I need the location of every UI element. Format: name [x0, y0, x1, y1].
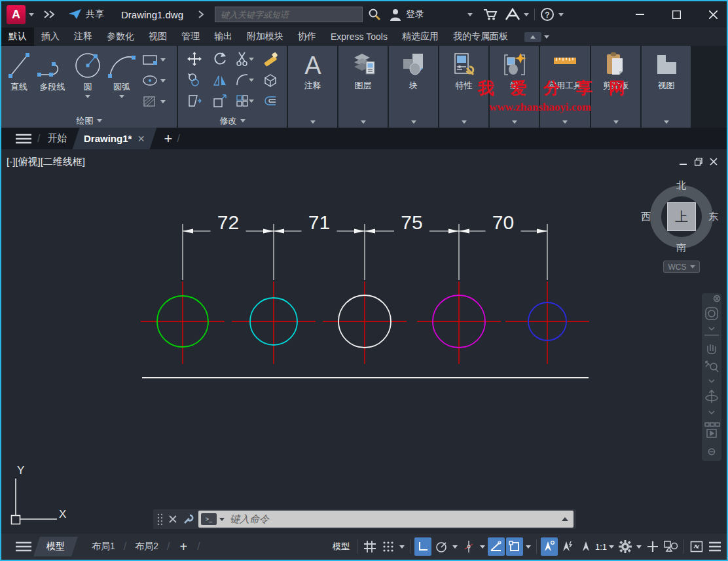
- wcs-dropdown[interactable]: WCS: [663, 261, 700, 273]
- trim-button[interactable]: [236, 51, 254, 67]
- object-snap-tracking-toggle[interactable]: [488, 537, 505, 556]
- close-button[interactable]: [703, 6, 723, 23]
- polar-tracking-toggle[interactable]: [433, 537, 450, 556]
- clipboard-panel[interactable]: 剪贴板: [591, 46, 640, 128]
- grid-toggle[interactable]: [361, 537, 378, 556]
- dimension-value[interactable]: 75: [401, 211, 422, 233]
- model-space-button[interactable]: 模型: [333, 541, 350, 552]
- block-panel-expand-icon[interactable]: [411, 120, 416, 124]
- dimension-value[interactable]: 71: [308, 211, 330, 233]
- dimension-value[interactable]: 72: [217, 211, 239, 233]
- ribbon-tab-1[interactable]: 插入: [34, 27, 67, 46]
- isodraft-dropdown-icon[interactable]: [480, 545, 485, 549]
- object-snap-dropdown-icon[interactable]: [526, 545, 531, 549]
- layout-menu-icon[interactable]: [14, 541, 33, 552]
- annotation-scale-button[interactable]: [577, 537, 594, 556]
- command-expand-icon[interactable]: [562, 517, 568, 521]
- search-icon[interactable]: [368, 8, 381, 21]
- circle-button[interactable]: 圆: [73, 46, 102, 114]
- start-tab[interactable]: 开始: [47, 132, 67, 145]
- viewcube-west-label[interactable]: 西: [641, 211, 651, 223]
- application-menu-button[interactable]: A: [7, 5, 26, 24]
- user-icon[interactable]: [389, 8, 402, 21]
- new-layout-button[interactable]: +: [180, 539, 188, 554]
- ribbon-tab-2[interactable]: 注释: [67, 27, 100, 46]
- ribbon-minimize-icon[interactable]: [524, 32, 541, 42]
- modify-panel-expand-icon[interactable]: [240, 119, 246, 122]
- command-bar-grip[interactable]: [157, 513, 164, 525]
- command-customize-wrench-icon[interactable]: [183, 513, 194, 525]
- share-button[interactable]: 共享: [86, 9, 104, 20]
- properties-panel-expand-icon[interactable]: [462, 120, 467, 124]
- clean-screen-button[interactable]: [688, 537, 705, 556]
- fillet-button[interactable]: [236, 72, 254, 88]
- ribbon-minimize-dropdown-icon[interactable]: [544, 35, 549, 39]
- navigation-bar[interactable]: [702, 293, 721, 461]
- file-tab-menu-icon[interactable]: [14, 133, 33, 145]
- array-dropdown-icon[interactable]: [249, 100, 254, 103]
- utilities-panel-expand-icon[interactable]: [562, 120, 568, 124]
- ribbon-tab-7[interactable]: 附加模块: [240, 27, 291, 46]
- layers-panel[interactable]: 图层: [338, 46, 388, 128]
- modify-panel-title[interactable]: 修改: [178, 114, 287, 128]
- ortho-toggle[interactable]: [414, 537, 431, 556]
- scale-icon[interactable]: [212, 93, 228, 109]
- status-bar-menu-button[interactable]: [706, 537, 723, 556]
- circle-dropdown-icon[interactable]: [85, 95, 90, 98]
- ellipse-dropdown-icon[interactable]: [160, 79, 166, 82]
- ribbon-tab-4[interactable]: 视图: [141, 27, 174, 46]
- fillet-dropdown-icon[interactable]: [249, 79, 254, 82]
- polyline-button[interactable]: 多段线: [35, 46, 69, 114]
- command-recent-arrow-icon[interactable]: [219, 518, 225, 521]
- sign-in-button[interactable]: 登录: [406, 9, 424, 20]
- dimension-value[interactable]: 70: [492, 211, 514, 233]
- annotation-visibility-toggle[interactable]: [541, 537, 558, 556]
- stretch-icon[interactable]: [187, 93, 202, 109]
- sign-in-arrow-icon[interactable]: [467, 13, 473, 16]
- ribbon-tab-6[interactable]: 输出: [207, 27, 240, 46]
- rectangle-dropdown-icon[interactable]: [160, 58, 166, 62]
- draw-panel-title[interactable]: 绘图: [1, 114, 177, 128]
- customization-button[interactable]: [644, 537, 661, 556]
- search-scope-arrow-icon[interactable]: [198, 10, 204, 18]
- isodraft-toggle[interactable]: [460, 537, 477, 556]
- move-icon[interactable]: [187, 51, 202, 67]
- ellipse-button[interactable]: [141, 72, 166, 89]
- annotation-scale-dropdown-icon[interactable]: [609, 545, 614, 549]
- hatch-dropdown-icon[interactable]: [160, 100, 166, 103]
- viewport-minimize-icon[interactable]: [680, 158, 687, 166]
- viewport-controls-label[interactable]: [-][俯视][二维线框]: [7, 156, 85, 168]
- layout-tab-1[interactable]: 布局1: [92, 541, 115, 552]
- utilities-panel[interactable]: 实用工具: [540, 46, 590, 128]
- viewcube-east-label[interactable]: 东: [708, 211, 718, 223]
- clipboard-panel-expand-icon[interactable]: [613, 120, 619, 124]
- object-snap-toggle[interactable]: [506, 537, 523, 556]
- arc-button[interactable]: 圆弧: [106, 46, 137, 114]
- drawing-tab[interactable]: Drawing1* ✕: [73, 128, 157, 149]
- application-menu-arrow-icon[interactable]: [29, 13, 34, 16]
- annotation-scale-value[interactable]: 1:1: [595, 542, 607, 552]
- drawing-tab-close-icon[interactable]: ✕: [138, 134, 146, 144]
- help-menu-arrow-icon[interactable]: [558, 13, 564, 16]
- ribbon-tab-8[interactable]: 协作: [291, 27, 323, 46]
- copy-icon[interactable]: [187, 72, 202, 88]
- rectangle-button[interactable]: [141, 51, 166, 68]
- hatch-button[interactable]: [141, 93, 166, 110]
- drawing-canvas[interactable]: [-][俯视][二维线框] 72717570YX 上 北 南 西 东 WCS: [1, 149, 727, 534]
- ribbon-tab-10[interactable]: 精选应用: [395, 27, 446, 46]
- arc-dropdown-icon[interactable]: [119, 95, 124, 98]
- properties-panel[interactable]: 特性: [439, 46, 488, 128]
- viewcube-south-label[interactable]: 南: [676, 242, 686, 254]
- snap-toggle[interactable]: [380, 537, 397, 556]
- draw-panel-expand-icon[interactable]: [97, 119, 102, 122]
- groups-panel-expand-icon[interactable]: [512, 120, 517, 124]
- ribbon-tab-9[interactable]: Express Tools: [323, 27, 395, 46]
- viewport-close-icon[interactable]: [710, 158, 718, 166]
- erase-icon[interactable]: [263, 51, 278, 67]
- groups-panel[interactable]: 组: [490, 46, 539, 128]
- trim-dropdown-icon[interactable]: [249, 58, 254, 61]
- view-panel[interactable]: 视图: [642, 46, 691, 128]
- isolate-objects-button[interactable]: [663, 537, 680, 556]
- workspace-dropdown-icon[interactable]: [636, 545, 642, 549]
- viewport-restore-icon[interactable]: [695, 158, 702, 166]
